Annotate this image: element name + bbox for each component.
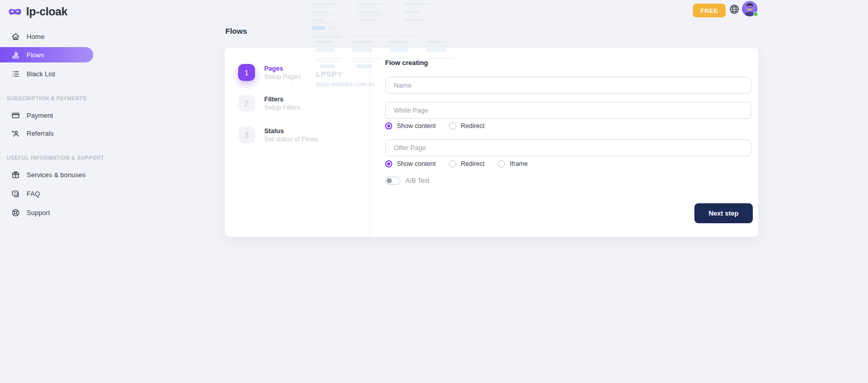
offer-page-input[interactable] (385, 139, 751, 156)
sidebar-item-label: Black List (27, 70, 55, 78)
home-icon (11, 32, 20, 41)
stepper-step-filters[interactable]: 2 Filters Setup Filters (238, 95, 300, 112)
sidebar-item-black-list[interactable]: Black List (0, 66, 93, 81)
radio-label: Redirect (461, 160, 485, 167)
radio-iframe[interactable]: Iframe (498, 160, 527, 167)
white-page-input[interactable] (385, 102, 751, 119)
sidebar-item-label: Support (27, 209, 50, 217)
ab-test-toggle[interactable] (385, 177, 400, 185)
step-number-badge: 2 (238, 95, 255, 112)
step-desc: Set status of Flows (264, 135, 319, 143)
radio-show-content[interactable]: Show content (385, 122, 436, 130)
flow-creating-card: 1 Pages Setup Pages 2 Filters Setup Filt… (225, 48, 758, 237)
language-globe-icon[interactable] (729, 4, 739, 14)
referral-user-icon (11, 129, 20, 138)
sidebar-item-label: FAQ (27, 190, 40, 198)
stepper-step-pages[interactable]: 1 Pages Setup Pages (238, 64, 301, 81)
radio-redirect[interactable]: Redirect (449, 160, 485, 167)
step-label: Pages (264, 65, 301, 73)
sidebar-item-flows[interactable]: Flows (0, 47, 93, 62)
sidebar-item-label: Payment (27, 112, 53, 119)
ab-test-toggle-row[interactable]: A/B Test (385, 177, 429, 185)
credit-card-icon (11, 111, 20, 120)
section-label: SUBSCRIPTION & PAYMENTS (7, 96, 87, 101)
section-label: USEFUL INFORMATION & SUPPORT (7, 155, 104, 161)
card-divider (370, 48, 370, 237)
svg-text:?!: ?! (14, 191, 17, 195)
radio-circle (449, 122, 456, 130)
list-icon (11, 70, 20, 78)
step-number-badge: 3 (238, 126, 255, 143)
radio-label: Iframe (510, 160, 527, 167)
step-desc: Setup Pages (264, 73, 301, 81)
faq-bubble-icon: ?! (11, 189, 20, 198)
gift-icon (11, 171, 20, 179)
sidebar-item-label: Flows (27, 51, 44, 59)
plan-badge-button[interactable]: FREE (693, 4, 726, 17)
flow-name-input[interactable] (385, 77, 751, 94)
step-number-badge: 1 (238, 64, 255, 81)
radio-circle (385, 160, 392, 167)
sidebar-item-referrals[interactable]: Referrals (0, 125, 93, 141)
step-label: Status (264, 127, 319, 135)
flows-icon (11, 51, 20, 59)
sidebar-item-label: Referrals (27, 130, 54, 137)
form-title: Flow creating (385, 59, 428, 67)
lifebuoy-icon (11, 208, 20, 217)
stepper-step-status[interactable]: 3 Status Set status of Flows (238, 126, 319, 143)
next-step-button[interactable]: Next step (694, 203, 753, 223)
radio-circle (449, 160, 456, 167)
sidebar-section-support: USEFUL INFORMATION & SUPPORT (0, 154, 86, 161)
radio-show-content[interactable]: Show content (385, 160, 436, 167)
page-title: Flows (225, 27, 247, 35)
step-label: Filters (264, 95, 300, 103)
sidebar-item-home[interactable]: Home (0, 29, 93, 44)
radio-circle (498, 160, 505, 167)
mask-logo-icon (8, 7, 22, 17)
sidebar-item-faq[interactable]: ?! FAQ (0, 186, 93, 201)
sidebar-item-label: Home (27, 33, 45, 40)
step-desc: Setup Filters (264, 103, 300, 112)
radio-redirect[interactable]: Redirect (449, 122, 485, 130)
radio-circle (385, 122, 392, 130)
logo-text: lp-cloak (26, 5, 68, 18)
online-status-dot (753, 12, 758, 16)
sidebar-item-payment[interactable]: Payment (0, 108, 93, 123)
sidebar-item-label: Services & bonuses (27, 171, 86, 179)
sidebar-item-services[interactable]: Services & bonuses (0, 167, 93, 182)
ab-test-label: A/B Test (406, 177, 429, 184)
radio-label: Show content (397, 160, 436, 167)
radio-label: Show content (397, 122, 436, 130)
sidebar-section-subscription: SUBSCRIPTION & PAYMENTS (0, 95, 86, 102)
white-page-mode-group: Show content Redirect (385, 122, 484, 130)
sidebar-item-support[interactable]: Support (0, 205, 93, 220)
offer-page-mode-group: Show content Redirect Iframe (385, 160, 528, 168)
app-logo: lp-cloak (8, 5, 68, 18)
radio-label: Redirect (461, 122, 485, 130)
